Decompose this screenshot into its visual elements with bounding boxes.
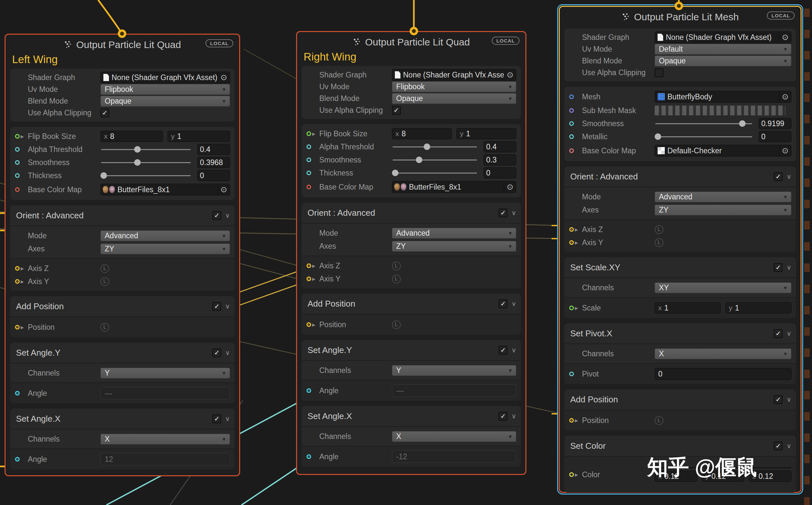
node-output-particle-lit-mesh-outline[interactable]: Output Particle Lit Mesh LOCAL Shader Gr… — [557, 4, 803, 495]
alpha-threshold-value[interactable]: 0.4 — [483, 141, 516, 152]
port-angle[interactable] — [307, 454, 311, 459]
set-pivot-header[interactable]: Set Pivot.X — [564, 323, 796, 344]
collapse-chevron-icon[interactable] — [511, 300, 516, 308]
object-picker-icon[interactable] — [504, 69, 516, 80]
smoothness-value[interactable]: 0.9199 — [759, 118, 791, 129]
set-angle-x-enabled-checkbox[interactable] — [498, 412, 507, 421]
expander-icon[interactable] — [575, 240, 582, 245]
flip-book-y-field[interactable]: y 1 — [167, 131, 230, 142]
expander-icon[interactable] — [312, 322, 319, 327]
port-angle[interactable] — [15, 391, 20, 395]
object-picker-icon[interactable] — [218, 184, 230, 195]
port-position[interactable] — [307, 322, 311, 327]
expander-icon[interactable] — [21, 325, 28, 330]
collapse-chevron-icon[interactable] — [511, 209, 516, 217]
set-angle-y-header[interactable]: Set Angle.Y — [302, 340, 521, 360]
collapse-chevron-icon[interactable] — [787, 173, 791, 180]
metallic-slider[interactable] — [655, 132, 753, 142]
object-picker-icon[interactable] — [779, 91, 791, 102]
port-axis-z[interactable] — [307, 264, 311, 268]
node-output-particle-lit-quad-left[interactable]: Output Particle Lit Quad LOCAL Left Wing… — [5, 34, 240, 476]
port-position[interactable] — [15, 325, 20, 329]
port-sub-mesh-mask[interactable] — [569, 108, 574, 113]
port-alpha-threshold[interactable] — [307, 145, 311, 149]
orient-block-header[interactable]: Orient : Advanced — [302, 203, 521, 223]
channels-dropdown[interactable]: X — [100, 434, 230, 445]
port-pivot[interactable] — [569, 372, 574, 376]
port-axis-z[interactable] — [569, 227, 574, 232]
smoothness-value[interactable]: 0.3968 — [197, 157, 230, 168]
port-angle[interactable] — [15, 457, 20, 462]
set-angle-y-enabled-checkbox[interactable] — [212, 348, 221, 357]
add-position-enabled-checkbox[interactable] — [212, 302, 221, 311]
expander-icon[interactable] — [312, 131, 319, 136]
node-header[interactable]: Output Particle Lit Mesh LOCAL — [560, 9, 801, 24]
collapse-chevron-icon[interactable] — [787, 442, 791, 450]
collapse-chevron-icon[interactable] — [787, 329, 791, 337]
port-color[interactable] — [569, 472, 574, 477]
thickness-value[interactable]: 0 — [483, 167, 516, 178]
port-position[interactable] — [569, 418, 574, 423]
local-space-icon[interactable]: L — [655, 416, 664, 425]
collapse-chevron-icon[interactable] — [511, 346, 516, 354]
port-scale[interactable] — [569, 306, 574, 310]
orient-enabled-checkbox[interactable] — [774, 172, 783, 181]
port-flip-book-size[interactable] — [307, 131, 311, 136]
node-output-particle-lit-mesh[interactable]: Output Particle Lit Mesh LOCAL Shader Gr… — [560, 7, 801, 492]
scale-x-field[interactable]: x 1 — [655, 302, 721, 314]
alpha-clipping-checkbox[interactable] — [100, 109, 109, 117]
orient-mode-dropdown[interactable]: Advanced — [100, 230, 230, 241]
port-mesh[interactable] — [569, 95, 574, 99]
port-base-color-map[interactable] — [15, 187, 20, 192]
expander-icon[interactable] — [575, 418, 582, 423]
port-axis-z[interactable] — [15, 266, 20, 271]
set-angle-x-header[interactable]: Set Angle.X — [10, 408, 235, 429]
port-axis-y[interactable] — [569, 240, 574, 245]
flip-book-x-field[interactable]: x 8 — [392, 128, 452, 139]
channels-dropdown[interactable]: Y — [100, 368, 230, 378]
smoothness-slider[interactable] — [392, 155, 478, 165]
orient-axes-dropdown[interactable]: ZY — [100, 243, 230, 254]
set-scale-enabled-checkbox[interactable] — [774, 263, 783, 272]
port-smoothness[interactable] — [307, 158, 311, 162]
blend-mode-dropdown[interactable]: Opaque — [655, 55, 791, 66]
expander-icon[interactable] — [575, 227, 582, 232]
port-base-color-map[interactable] — [307, 185, 311, 189]
local-space-icon[interactable]: L — [100, 277, 109, 286]
local-space-icon[interactable]: L — [655, 238, 664, 247]
mesh-object-field[interactable]: ButterflyBody — [655, 91, 791, 103]
node-output-particle-lit-quad-right[interactable]: Output Particle Lit Quad LOCAL Right Win… — [296, 31, 527, 475]
set-color-enabled-checkbox[interactable] — [774, 442, 783, 451]
smoothness-slider[interactable] — [655, 119, 753, 129]
port-smoothness[interactable] — [15, 160, 20, 165]
alpha-threshold-slider[interactable] — [392, 142, 478, 152]
shader-graph-object-field[interactable]: None (Shader Graph Vfx Asset) — [655, 31, 791, 43]
vfx-graph-canvas[interactable]: Output Particle Lit Quad LOCAL Left Wing… — [0, 0, 812, 505]
port-metallic[interactable] — [569, 134, 574, 139]
local-space-icon[interactable]: L — [100, 323, 109, 332]
add-position-header[interactable]: Add Position — [302, 294, 521, 314]
base-color-map-object-field[interactable]: ButterFiles_8x1 — [100, 184, 230, 195]
channels-dropdown[interactable]: X — [655, 348, 791, 359]
collapse-chevron-icon[interactable] — [787, 264, 791, 271]
local-space-icon[interactable]: L — [655, 225, 664, 234]
alpha-threshold-slider[interactable] — [100, 145, 192, 154]
add-position-header[interactable]: Add Position — [10, 296, 235, 316]
angle-value-field[interactable]: — — [392, 384, 516, 397]
orient-enabled-checkbox[interactable] — [498, 208, 507, 217]
expander-icon[interactable] — [21, 279, 28, 284]
alpha-clipping-checkbox[interactable] — [655, 68, 664, 77]
orient-enabled-checkbox[interactable] — [212, 211, 221, 220]
collapse-chevron-icon[interactable] — [787, 395, 791, 403]
local-space-icon[interactable]: L — [392, 320, 401, 329]
channels-dropdown[interactable]: XY — [655, 283, 791, 293]
node-header[interactable]: Output Particle Lit Quad LOCAL — [6, 37, 239, 52]
uv-mode-dropdown[interactable]: Flipbook — [100, 84, 230, 95]
collapse-chevron-icon[interactable] — [225, 349, 230, 357]
collapse-chevron-icon[interactable] — [225, 302, 230, 310]
port-smoothness[interactable] — [569, 121, 574, 126]
object-picker-icon[interactable] — [779, 145, 791, 156]
flip-book-y-field[interactable]: y 1 — [456, 128, 516, 139]
thickness-value[interactable]: 0 — [197, 170, 230, 181]
uv-mode-dropdown[interactable]: Flipbook — [392, 81, 516, 92]
